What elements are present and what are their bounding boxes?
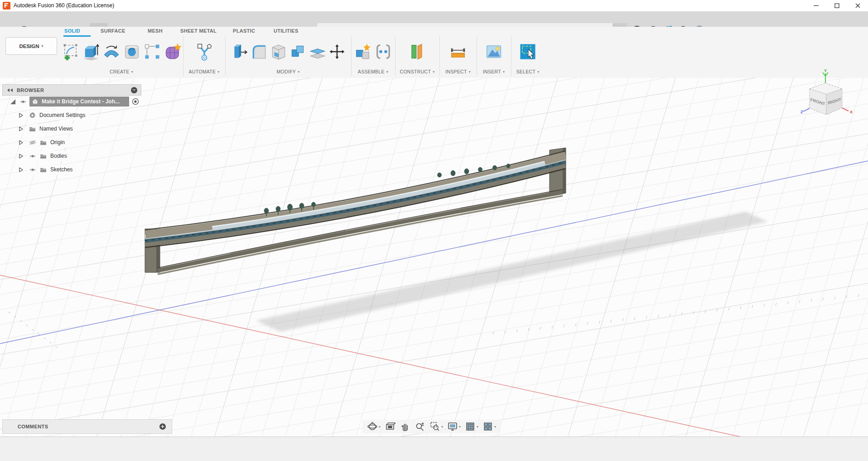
workspace-selector[interactable]: DESIGN▾ (5, 37, 57, 55)
viewports-button[interactable]: ▾ (482, 421, 496, 432)
display-settings-button[interactable]: ▾ (447, 421, 461, 432)
combine-icon[interactable] (289, 42, 307, 62)
ribbon: SOLID SURFACE MESH SHEET METAL PLASTIC U… (0, 27, 868, 78)
comments-label: COMMENTS (18, 424, 48, 429)
group-select: SELECT▾ (511, 36, 545, 76)
fillet-icon[interactable] (250, 42, 268, 62)
hole-icon[interactable] (122, 42, 141, 62)
group-label-modify[interactable]: MODIFY▾ (277, 67, 300, 76)
folder-icon (40, 167, 47, 173)
group-label-insert[interactable]: INSERT▾ (483, 67, 505, 76)
root-expand-icon[interactable] (10, 99, 16, 105)
zoom-icon (415, 421, 425, 432)
maximize-button[interactable] (826, 0, 847, 11)
pan-button[interactable] (400, 421, 410, 432)
folder-icon (40, 140, 47, 146)
comments-panel-header[interactable]: COMMENTS (2, 419, 172, 434)
folder-icon (40, 153, 47, 159)
browser-row-origin[interactable]: Origin (0, 137, 69, 148)
group-label-inspect[interactable]: INSPECT▾ (445, 67, 471, 76)
collapse-panel-icon[interactable] (7, 88, 13, 92)
viewport-canvas[interactable] (0, 78, 868, 461)
group-inspect: INSPECT▾ (439, 36, 477, 76)
ribbon-tab-mesh[interactable]: MESH (148, 28, 163, 34)
ribbon-tab-plastic[interactable]: PLASTIC (233, 28, 255, 34)
construct-plane-icon[interactable] (408, 42, 427, 62)
select-icon[interactable] (518, 42, 537, 62)
browser-collapse-all-icon[interactable]: − (131, 87, 137, 93)
ribbon-tab-sheet-metal[interactable]: SHEET METAL (180, 28, 217, 34)
expand-chevron-icon[interactable] (18, 140, 24, 146)
timeline-bar (0, 437, 868, 461)
visibility-eye-icon[interactable] (29, 167, 36, 173)
grids-snaps-button[interactable]: ▾ (465, 421, 478, 432)
browser-panel-header[interactable]: BROWSER − (2, 84, 141, 96)
expand-chevron-icon[interactable] (18, 126, 24, 132)
zoom-button[interactable] (415, 421, 425, 432)
browser-row-bodies[interactable]: Bodies (0, 150, 72, 161)
document-settings-gear-icon (29, 112, 36, 119)
browser-row-named-views[interactable]: Named Views (0, 123, 77, 134)
visibility-off-eye-icon[interactable] (29, 140, 36, 146)
zoom-window-icon (429, 421, 440, 432)
fusion-logo-icon (3, 2, 10, 10)
group-automate: AUTOMATE▾ (183, 36, 226, 76)
group-label-create[interactable]: CREATE▾ (110, 67, 133, 76)
joint-icon[interactable] (374, 42, 393, 62)
create-sketch-icon[interactable] (61, 42, 80, 62)
look-at-icon (385, 421, 395, 432)
expand-chevron-icon[interactable] (18, 167, 24, 173)
new-component-icon[interactable] (353, 42, 372, 62)
group-label-construct[interactable]: CONSTRUCT▾ (400, 67, 435, 76)
extrude-icon[interactable] (82, 42, 101, 62)
add-comment-icon[interactable] (159, 423, 166, 430)
ribbon-tab-surface[interactable]: SURFACE (101, 28, 125, 34)
group-assemble: ASSEMBLE▾ (351, 36, 395, 76)
root-component[interactable]: Make it Bridge Contest - Joh... (29, 97, 129, 107)
component-cube-icon (31, 98, 39, 106)
ribbon-tab-utilities[interactable]: UTILITIES (274, 28, 299, 34)
insert-canvas-icon[interactable] (484, 42, 503, 62)
minimize-button[interactable] (805, 0, 826, 11)
ribbon-tab-solid[interactable]: SOLID (64, 28, 80, 34)
viewports-icon (482, 421, 493, 432)
expand-chevron-icon[interactable] (18, 153, 24, 159)
revolve-icon[interactable] (102, 42, 121, 62)
orbit-button[interactable]: ▾ (367, 421, 381, 432)
browser-row-sketches[interactable]: Sketches (0, 164, 77, 175)
automate-icon[interactable] (195, 42, 214, 62)
browser-row-document-settings[interactable]: Document Settings (0, 110, 90, 121)
application-bar: Make it Bridge Contest - Johnathan Henn … (0, 11, 868, 27)
group-label-select[interactable]: SELECT▾ (516, 67, 540, 76)
root-visibility-eye-icon[interactable] (19, 99, 27, 105)
look-at-button[interactable] (385, 421, 395, 432)
group-insert: INSERT▾ (477, 36, 511, 76)
axis-z-label: Z (800, 110, 803, 114)
move-copy-icon[interactable] (328, 42, 346, 62)
group-label-assemble[interactable]: ASSEMBLE▾ (358, 67, 388, 76)
shell-icon[interactable] (270, 42, 288, 62)
activate-component-radio[interactable] (132, 98, 139, 105)
create-form-icon[interactable] (163, 42, 182, 62)
measure-icon[interactable] (448, 42, 468, 62)
axis-y-label: Y (824, 68, 827, 73)
browser-root-row[interactable]: Make it Bridge Contest - Joh... (0, 96, 141, 107)
titlebar: Autodesk Fusion 360 (Education License) (0, 0, 868, 12)
root-component-label: Make it Bridge Contest - Joh... (42, 98, 120, 105)
pan-hand-icon (400, 421, 410, 432)
display-settings-icon (447, 421, 458, 432)
group-construct: CONSTRUCT▾ (395, 36, 440, 76)
group-create: CREATE▾ (60, 36, 183, 76)
split-body-icon[interactable] (309, 42, 327, 62)
visibility-eye-icon[interactable] (29, 153, 36, 159)
expand-chevron-icon[interactable] (18, 112, 24, 118)
folder-icon (29, 126, 36, 132)
view-cube[interactable]: Y FRONT RIGHT Z X (797, 68, 868, 121)
close-button[interactable] (847, 0, 868, 11)
press-pull-icon[interactable] (231, 42, 249, 62)
zoom-window-button[interactable]: ▾ (429, 421, 443, 432)
group-label-automate[interactable]: AUTOMATE▾ (188, 67, 219, 76)
rectangular-pattern-icon[interactable] (143, 42, 162, 62)
window-title: Autodesk Fusion 360 (Education License) (14, 2, 114, 9)
orbit-icon (367, 421, 378, 432)
